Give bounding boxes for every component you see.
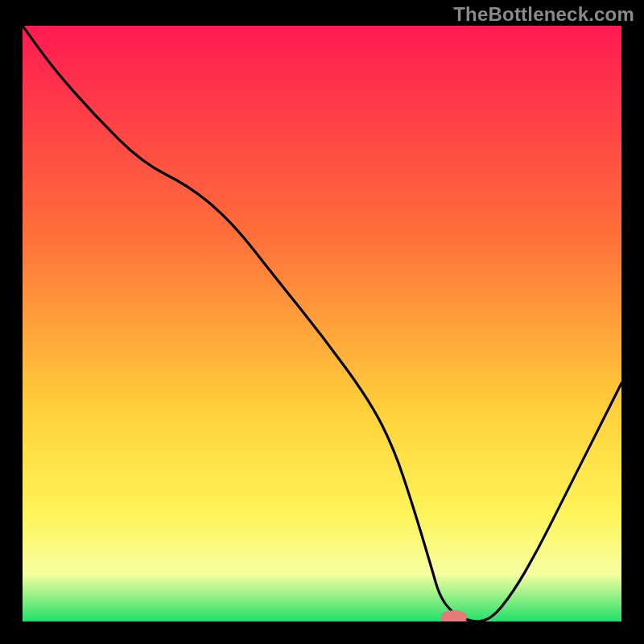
plot-background	[23, 26, 621, 621]
watermark-text: TheBottleneck.com	[453, 3, 634, 26]
bottleneck-chart	[23, 26, 621, 621]
